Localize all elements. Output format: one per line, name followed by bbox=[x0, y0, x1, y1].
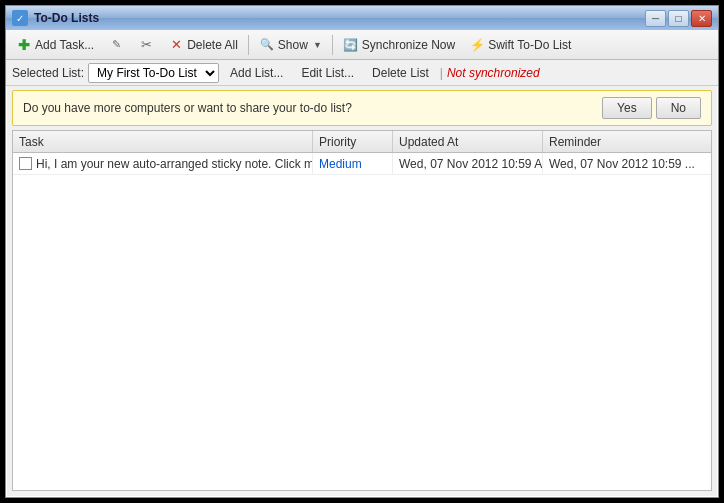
add-task-label: Add Task... bbox=[35, 38, 94, 52]
window-icon: ✓ bbox=[12, 10, 28, 26]
list-select[interactable]: My First To-Do List bbox=[88, 63, 219, 83]
priority-column-header: Priority bbox=[313, 131, 393, 152]
edit-icon: ✎ bbox=[108, 37, 124, 53]
edit-list-button[interactable]: Edit List... bbox=[294, 64, 361, 82]
add-task-button[interactable]: ✚ Add Task... bbox=[10, 33, 100, 57]
table-body: Hi, I am your new auto-arranged sticky n… bbox=[13, 153, 711, 490]
reminder-column-header: Reminder bbox=[543, 131, 711, 152]
updated-at-column-header: Updated At bbox=[393, 131, 543, 152]
banner-text: Do you have more computers or want to sh… bbox=[23, 101, 352, 115]
task-table: Task Priority Updated At Reminder Hi, I … bbox=[12, 130, 712, 491]
table-row[interactable]: Hi, I am your new auto-arranged sticky n… bbox=[13, 153, 711, 175]
priority-cell: Medium bbox=[313, 153, 393, 174]
second-toolbar: Selected List: My First To-Do List Add L… bbox=[6, 60, 718, 86]
table-header: Task Priority Updated At Reminder bbox=[13, 131, 711, 153]
main-toolbar: ✚ Add Task... ✎ ✂ ✕ Delete All 🔍 Show ▼ … bbox=[6, 30, 718, 60]
toolbar-separator-2 bbox=[332, 35, 333, 55]
delete-list-button[interactable]: Delete List bbox=[365, 64, 436, 82]
reminder-cell: Wed, 07 Nov 2012 10:59 ... bbox=[543, 153, 711, 174]
swift-todo-label: Swift To-Do List bbox=[488, 38, 571, 52]
swift-todo-button[interactable]: ⚡ Swift To-Do List bbox=[463, 33, 577, 57]
banner-buttons: Yes No bbox=[602, 97, 701, 119]
selected-list-label: Selected List: bbox=[12, 66, 84, 80]
no-button[interactable]: No bbox=[656, 97, 701, 119]
second-toolbar-sep: | bbox=[440, 66, 443, 80]
swift-icon: ⚡ bbox=[469, 37, 485, 53]
title-bar-buttons: ─ □ ✕ bbox=[645, 10, 712, 27]
minimize-button[interactable]: ─ bbox=[645, 10, 666, 27]
delete-all-label: Delete All bbox=[187, 38, 238, 52]
synchronize-now-button[interactable]: 🔄 Synchronize Now bbox=[337, 33, 461, 57]
cut-icon: ✂ bbox=[138, 37, 154, 53]
add-icon: ✚ bbox=[16, 37, 32, 53]
main-window: ✓ To-Do Lists ─ □ ✕ ✚ Add Task... ✎ ✂ ✕ … bbox=[5, 5, 719, 498]
cut-button[interactable]: ✂ bbox=[132, 33, 160, 57]
show-label: Show bbox=[278, 38, 308, 52]
delete-all-button[interactable]: ✕ Delete All bbox=[162, 33, 244, 57]
add-list-button[interactable]: Add List... bbox=[223, 64, 290, 82]
edit-button[interactable]: ✎ bbox=[102, 33, 130, 57]
show-icon: 🔍 bbox=[259, 37, 275, 53]
window-title: To-Do Lists bbox=[34, 11, 639, 25]
sync-icon: 🔄 bbox=[343, 37, 359, 53]
sync-banner: Do you have more computers or want to sh… bbox=[12, 90, 712, 126]
toolbar-separator-1 bbox=[248, 35, 249, 55]
show-button[interactable]: 🔍 Show ▼ bbox=[253, 33, 328, 57]
maximize-button[interactable]: □ bbox=[668, 10, 689, 27]
title-bar: ✓ To-Do Lists ─ □ ✕ bbox=[6, 6, 718, 30]
not-synchronized-status: Not synchronized bbox=[447, 66, 540, 80]
task-cell: Hi, I am your new auto-arranged sticky n… bbox=[13, 153, 313, 174]
delete-icon: ✕ bbox=[168, 37, 184, 53]
task-checkbox[interactable] bbox=[19, 157, 32, 170]
yes-button[interactable]: Yes bbox=[602, 97, 652, 119]
show-dropdown-arrow: ▼ bbox=[313, 40, 322, 50]
synchronize-now-label: Synchronize Now bbox=[362, 38, 455, 52]
updated-at-cell: Wed, 07 Nov 2012 10:59 A... bbox=[393, 153, 543, 174]
task-column-header: Task bbox=[13, 131, 313, 152]
close-button[interactable]: ✕ bbox=[691, 10, 712, 27]
